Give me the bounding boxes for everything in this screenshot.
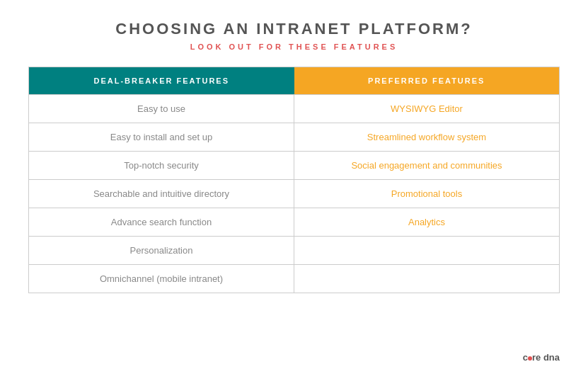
cell-left-5: Advance search function xyxy=(29,208,294,236)
cell-left-6: Personalization xyxy=(29,237,294,264)
logo: cre dna xyxy=(523,352,560,363)
cell-right-1: WYSIWYG Editor xyxy=(294,95,559,123)
table-row: Top-notch security Social engagement and… xyxy=(29,151,559,179)
cell-left-7: Omnichannel (mobile intranet) xyxy=(29,265,294,293)
cell-left-2: Easy to install and set up xyxy=(29,123,294,151)
header-dealbreaker: Deal-Breaker Features xyxy=(29,67,294,94)
cell-left-3: Top-notch security xyxy=(29,152,294,179)
cell-right-7 xyxy=(294,265,559,293)
table-row: Personalization xyxy=(29,236,559,264)
header-preferred: Preferred Features xyxy=(294,67,560,94)
cell-right-6 xyxy=(294,237,559,264)
cell-left-4: Searchable and intuitive directory xyxy=(29,180,294,208)
table-row: Easy to install and set up Streamlined w… xyxy=(29,123,559,151)
main-title: Choosing an Intranet Platform? xyxy=(115,20,472,38)
table-row: Advance search function Analytics xyxy=(29,208,559,236)
cell-right-3: Social engagement and communities xyxy=(294,152,559,179)
cell-left-1: Easy to use xyxy=(29,95,294,123)
table-header: Deal-Breaker Features Preferred Features xyxy=(29,67,559,94)
cell-right-4: Promotional tools xyxy=(294,180,559,208)
logo-dot xyxy=(528,356,532,361)
table-row: Omnichannel (mobile intranet) xyxy=(29,264,559,293)
cell-right-2: Streamlined workflow system xyxy=(294,123,559,151)
subtitle: Look out for these features xyxy=(190,42,398,51)
table-row: Searchable and intuitive directory Promo… xyxy=(29,179,559,208)
cell-right-5: Analytics xyxy=(294,208,559,236)
logo-text: cre dna xyxy=(523,352,560,363)
comparison-table: Deal-Breaker Features Preferred Features… xyxy=(28,67,560,293)
table-row: Easy to use WYSIWYG Editor xyxy=(29,94,559,123)
